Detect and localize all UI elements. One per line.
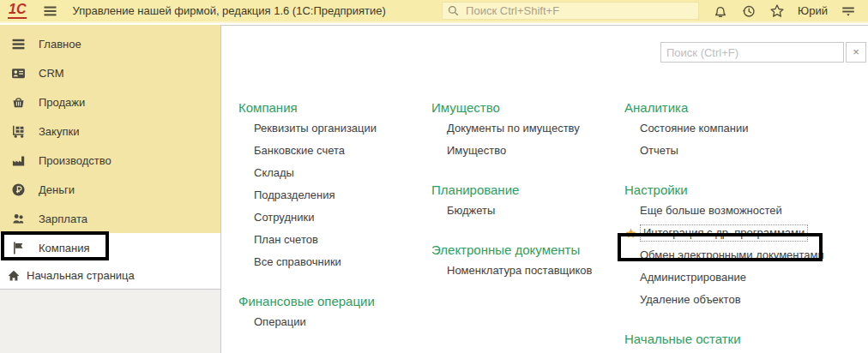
command-group-title: Аналитика [624,99,868,117]
commands-column-3: АналитикаСостояние компанииОтчетыНастрой… [624,99,868,353]
history-clock-icon[interactable] [741,3,756,19]
command-link[interactable]: Операции [238,311,414,333]
ruble-coin-icon [11,182,26,197]
command-group-title: Начальные остатки [624,330,868,349]
commands-column-2: ИмуществоДокументы по имуществуИмущество… [431,99,613,289]
command-group: АналитикаСостояние компанииОтчеты [624,99,868,162]
sidebar-item-zarplata[interactable]: Зарплата [0,204,220,233]
sidebar-item-label: Компания [39,242,90,254]
command-link-label: Номенклатура поставщиков [447,264,593,277]
1c-logo: 1С [8,3,27,19]
section-search: × [660,42,866,63]
command-group: ПланированиеБюджеты [431,181,613,222]
command-link-label: Подразделения [254,188,335,201]
favorites-star-icon[interactable] [769,3,785,19]
sidebar-item-glavnoe[interactable]: Главное [0,29,220,58]
command-link[interactable]: Бюджеты [431,200,613,222]
section-search-input[interactable] [660,42,844,63]
sections-list: ГлавноеCRMПродажиЗакупкиПроизводствоДень… [0,25,220,262]
close-search-button[interactable]: × [846,42,866,63]
command-link[interactable]: План счетов [238,229,414,251]
sidebar-item-dengi[interactable]: Деньги [0,175,220,204]
command-link[interactable]: Банковские счета [238,140,414,162]
global-search-input[interactable] [464,3,694,18]
sidebar-item-proizvodstvo[interactable]: Производство [0,146,220,175]
sections-panel: ГлавноеCRMПродажиЗакупкиПроизводствоДень… [0,25,220,353]
command-link[interactable]: Администрирование [624,266,868,289]
command-group: КомпанияРеквизиты организацииБанковские … [238,99,414,273]
sidebar-item-label: Производство [39,154,112,167]
command-link-label: Бюджеты [447,204,495,217]
command-link[interactable]: Реквизиты организации [238,117,414,140]
sidebar-item-label: Закупки [39,125,79,138]
sidebar-empty-area [0,290,220,353]
sidebar-item-label: Начальная страница [27,269,135,282]
sidebar-item-label: CRM [39,67,64,80]
command-link-integration[interactable]: Интеграция с др. программами [624,222,868,244]
command-link-label: Сотрудники [254,211,314,224]
sidebar-item-prodazhi[interactable]: Продажи [0,87,220,117]
title-bar: 1С Управление нашей фирмой, редакция 1.6… [0,0,868,23]
sidebar-item-label: Деньги [39,183,75,196]
favorite-star-icon [624,227,637,240]
command-link[interactable]: Склады [238,162,414,184]
command-link-label: Отчеты [640,144,678,157]
command-link-label: Банковские счета [254,144,345,157]
command-link-label: Интеграция с др. программами [640,224,808,242]
command-group: НастройкиЕще больше возможностейИнтеграц… [624,181,868,311]
sidebar-item-home[interactable]: Начальная страница [0,262,220,290]
factory-icon [11,153,26,168]
commands-column-1: КомпанияРеквизиты организацииБанковские … [238,99,414,340]
command-link[interactable]: Подразделения [238,184,414,206]
command-group-title: Компания [238,99,414,117]
command-link[interactable]: Еще больше возможностей [624,200,868,222]
command-link[interactable]: Отчеты [624,140,868,162]
sidebar-item-label: Зарплата [39,212,87,225]
command-link-label: Администрирование [640,271,746,284]
command-link[interactable]: Имущество [431,140,613,162]
command-link-label: Состояние компании [640,122,748,135]
sidebar-item-zakupki[interactable]: Закупки [0,117,220,146]
command-group-title: Планирование [431,181,613,200]
command-group: Начальные остатки [624,330,868,349]
global-search-box[interactable] [442,2,699,20]
service-menu-icon[interactable] [841,3,856,19]
command-link-label: План счетов [254,233,318,246]
command-link-label: Имущество [447,144,506,157]
current-user-name[interactable]: Юрий [798,4,828,17]
notifications-bell-icon[interactable] [713,3,728,19]
command-link[interactable]: Сотрудники [238,206,414,229]
command-link-label: Еще больше возможностей [640,204,782,217]
command-link-label: Склады [254,166,294,179]
command-link-label: Удаление объектов [640,293,741,306]
sidebar-item-kompaniya[interactable]: Компания [0,233,220,262]
command-link[interactable]: Документы по имуществу [431,117,613,140]
titlebar-actions: Юрий [713,3,856,19]
menu-icon [11,37,26,51]
command-link-label: Все справочники [254,255,341,268]
command-group-title: Финансовые операции [238,292,414,311]
command-group-title: Электронные документы [431,241,613,260]
command-group: Электронные документыНоменклатура постав… [431,241,613,282]
command-link[interactable]: Обмен электронными документами [624,244,868,266]
command-link-label: Обмен электронными документами [640,248,824,261]
command-link-label: Реквизиты организации [254,122,377,135]
cart-icon [11,124,26,139]
command-link[interactable]: Состояние компании [624,117,868,140]
crm-card-icon [11,66,26,81]
command-group: ИмуществоДокументы по имуществуИмущество [431,99,613,162]
basket-icon [11,95,26,110]
command-link-label: Операции [254,315,306,328]
command-link[interactable]: Удаление объектов [624,289,868,311]
sidebar-item-crm[interactable]: CRM [0,58,220,87]
command-link[interactable]: Все справочники [238,251,414,273]
command-link[interactable]: Номенклатура поставщиков [431,260,613,282]
search-icon [447,4,460,17]
command-group-title: Имущество [431,99,613,117]
window-title: Управление нашей фирмой, редакция 1.6 (1… [72,4,385,17]
command-link-label: Документы по имуществу [447,122,580,135]
main-menu-icon[interactable] [42,4,58,18]
command-group-title: Настройки [624,181,868,200]
employees-icon [11,212,26,226]
home-icon [7,269,21,283]
